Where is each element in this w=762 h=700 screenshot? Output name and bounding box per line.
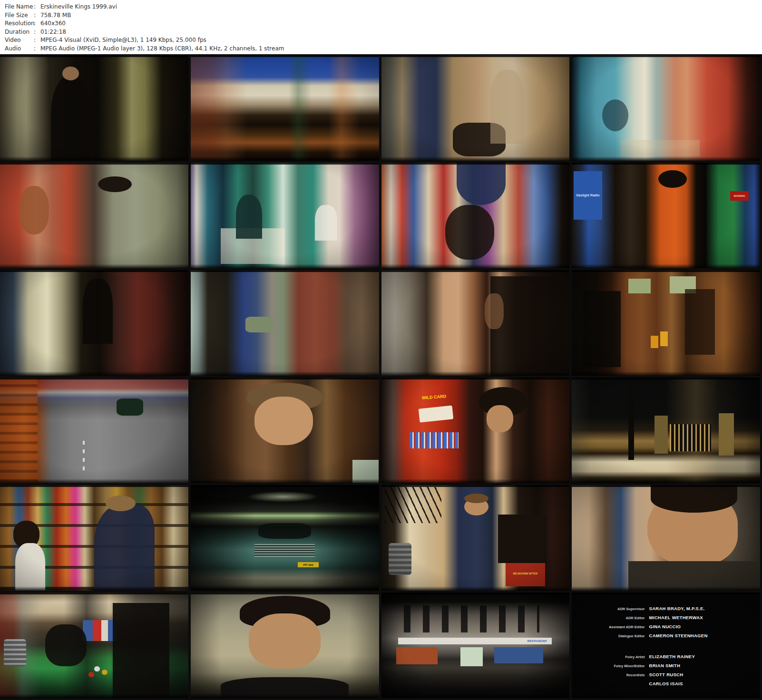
- framed-picture: [628, 279, 651, 293]
- credits-role-label: Foley Artist: [572, 652, 649, 661]
- stone-pillar: [719, 413, 734, 456]
- thumb-r5c2-garage-car: PIT 903: [191, 485, 379, 591]
- credits-row: RecordistsSCOTT RUSCH: [572, 670, 760, 679]
- thumb-r3c3-two-men-closeup: [381, 270, 570, 376]
- beer-glass: [660, 331, 668, 346]
- dark-cases: [498, 515, 547, 563]
- card-fan: [418, 406, 453, 423]
- checked-shirt-man: [490, 70, 524, 144]
- file-info-colon: :: [34, 28, 40, 37]
- thumb-r4c1-aerial-corner: [0, 378, 188, 483]
- file-info-line-filesize: File Size:758.78 MB: [5, 11, 762, 20]
- file-info-value: 640x360: [40, 19, 762, 28]
- end-credits-text: ADR SupervisorSARAH BRADY, M.P.S.E.ADR E…: [572, 593, 760, 698]
- face: [254, 397, 313, 445]
- man-hair: [464, 494, 488, 503]
- credits-role-label: Dialogue Editor: [572, 632, 649, 641]
- clutter-table: [621, 140, 700, 157]
- thumb-r5c1-bookshop-aisle: [0, 485, 188, 591]
- woman-dark-hair: [445, 205, 494, 260]
- right-man-silhouette: [490, 276, 569, 376]
- right-man-face-edge: [485, 293, 504, 329]
- credits-row: Foley Mixer/EditorBRIAN SMITH: [572, 661, 760, 670]
- cue-ball: [94, 666, 100, 671]
- thumb-r5c3-storeroom: MELBOURNE BITTER: [381, 485, 570, 591]
- file-info-line-video: Video:MPEG-4 Visual (XviD, Simple@L3), 1…: [5, 36, 762, 45]
- thumb-r3c2-alley-two-men: [191, 270, 379, 376]
- thumb-r1c3-motorbike-talk: [381, 55, 570, 161]
- gate-bars: [670, 424, 711, 452]
- credits-role-label: ADR Supervisor: [572, 604, 649, 613]
- thumb-r2c4-alley-orange-shirt: Gaslight RadioWARNING: [572, 163, 760, 268]
- thumb-r6c1-pool-room: [0, 593, 188, 698]
- thumb-r1c4-flat-red-couch: [572, 55, 760, 161]
- credits-row: Sound Services ManagersMIMI STARRETT: [572, 695, 760, 698]
- rust-corrugations: [0, 378, 38, 483]
- beer-glass: [651, 336, 658, 349]
- credits-person-name: ELIZABETH RAINEY: [649, 652, 695, 661]
- file-info-header: File Name:Erskineville Kings 1999.avi Fi…: [0, 0, 762, 54]
- thumb-r6c2-distressed-closeup: [191, 593, 379, 698]
- credits-person-name: CAMERON STEENHAGEN: [649, 631, 708, 640]
- man-hair: [98, 176, 132, 192]
- thumb-r6c3-night-restaurant: RESTAURANT: [381, 593, 570, 698]
- thumb-r4c4-night-gate: [572, 378, 760, 483]
- tube-light-glow: [247, 491, 318, 502]
- file-info-colon: :: [34, 19, 40, 28]
- file-info-value: 758.78 MB: [40, 11, 762, 20]
- thumb-r2c1-couch-conversation: [0, 163, 188, 268]
- lane-marking: [83, 441, 85, 473]
- credits-role-label: ADR Editor: [572, 613, 649, 622]
- file-info-label: File Size: [5, 11, 34, 20]
- file-info-label: Resolution: [5, 19, 34, 28]
- credits-gap: [572, 640, 760, 652]
- credits-row: ADR EditorMICHAEL WETHERWAX: [572, 613, 760, 622]
- thumbnail-grid: Gaslight RadioWARNINGWILD CARDPIT 903MEL…: [0, 54, 762, 700]
- carton-label: MELBOURNE BITTER: [508, 571, 543, 577]
- thumb-r3c1-booth-longhair: [0, 270, 188, 376]
- file-info-label: Duration: [5, 28, 34, 37]
- file-info-line-audio: Audio:MPEG Audio (MPEG-1 Audio layer 3),…: [5, 45, 762, 53]
- file-info-line-duration: Duration:01:22:18: [5, 28, 762, 37]
- file-info-value: 01:22:18: [40, 28, 762, 37]
- thumb-r4c2-closeup-navy-tee: [191, 378, 379, 483]
- paytable-grid: [410, 432, 459, 448]
- credits-person-name: MICHAEL WETHERWAX: [649, 613, 703, 622]
- kegs: [4, 639, 26, 667]
- file-info-label: Video: [5, 36, 34, 45]
- red-ball: [88, 672, 94, 677]
- figure-silhouette: [51, 76, 90, 161]
- long-hair-figure: [83, 279, 113, 344]
- doorway-glow: [460, 647, 483, 666]
- navy-shirt-man: [457, 163, 506, 205]
- chair-back: [352, 460, 379, 483]
- warning-sign: WARNING: [730, 191, 749, 201]
- file-info-colon: :: [34, 3, 40, 11]
- dark-figure: [583, 291, 621, 367]
- thumb-r6c4-end-credits: ADR SupervisorSARAH BRADY, M.P.S.E.ADR E…: [572, 593, 760, 698]
- file-info-value: MPEG Audio (MPEG-1 Audio layer 3), 128 K…: [40, 45, 762, 53]
- file-info-line-resolution: Resolution:640x360: [5, 19, 762, 28]
- shoulder: [628, 561, 760, 591]
- chrome-grille: [254, 544, 315, 557]
- license-plate: PIT 903: [298, 562, 319, 567]
- window-mullions: [404, 605, 539, 633]
- credits-gap: [572, 688, 760, 695]
- woman-white-top: [315, 205, 337, 241]
- credits-person-name: SARAH BRADY, M.P.S.E.: [649, 604, 705, 613]
- credits-person-name: SCOTT RUSCH: [649, 670, 684, 679]
- file-info-colon: :: [34, 45, 40, 53]
- mural-blue: [494, 647, 543, 663]
- old-car: [245, 317, 274, 332]
- file-info-colon: :: [34, 11, 40, 20]
- credits-person-name: BRIAN SMITH: [649, 661, 681, 670]
- stacked-chair-legs: [385, 487, 441, 523]
- file-info-value: Erskineville Kings 1999.avi: [40, 3, 762, 11]
- credits-row: CARLOS ISAIS: [572, 679, 760, 688]
- bicycle: [602, 99, 628, 131]
- credits-person-name: GINA NUCCIO: [649, 622, 681, 631]
- yellow-ball: [102, 670, 107, 675]
- woman-white-top: [15, 543, 45, 591]
- credits-role-label: Recordists: [572, 671, 649, 680]
- credits-row: Foley ArtistELIZABETH RAINEY: [572, 652, 760, 661]
